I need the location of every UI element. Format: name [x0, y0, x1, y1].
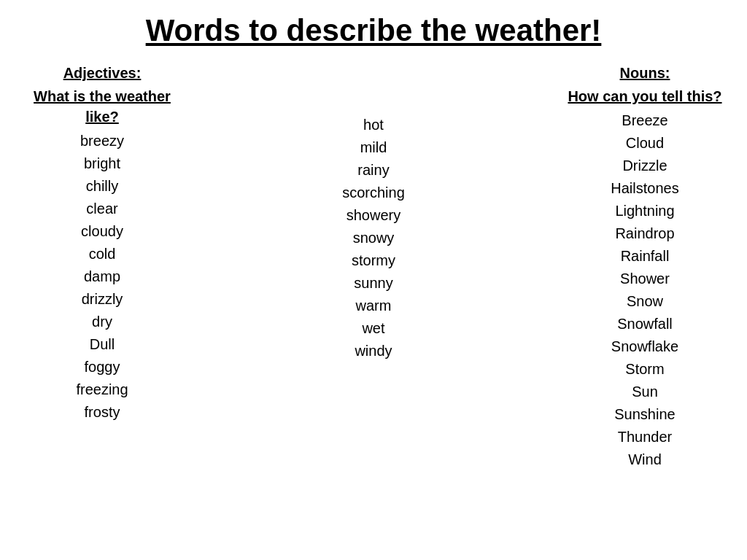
list-item: Drizzle [611, 155, 678, 177]
list-item: Snow [611, 290, 678, 313]
list-item: windy [342, 340, 405, 362]
list-item: freezing [76, 378, 128, 401]
adjectives-header1: Adjectives: [63, 63, 142, 83]
list-item: cloudy [76, 220, 128, 243]
list-item: Breeze [611, 109, 678, 132]
page-title: Words to describe the weather! [146, 13, 602, 48]
list-item: clear [76, 198, 128, 220]
list-item: Dull [76, 333, 128, 356]
adjectives-header2: What is the weather like? [22, 86, 182, 127]
list-item: Lightning [611, 200, 678, 222]
list-item: showery [342, 204, 405, 227]
list-item: Hailstones [611, 177, 678, 200]
middle-words: hotmildrainyscorchingshowerysnowystormys… [342, 114, 405, 362]
middle-column: hotmildrainyscorchingshowerysnowystormys… [311, 55, 436, 471]
list-item: damp [76, 265, 128, 288]
list-item: wet [342, 317, 405, 340]
list-item: scorching [342, 182, 405, 204]
list-item: chilly [76, 175, 128, 198]
content-area: Adjectives: What is the weather like? br… [0, 55, 747, 471]
list-item: Snowfall [611, 313, 678, 335]
list-item: Storm [611, 358, 678, 381]
list-item: cold [76, 243, 128, 265]
list-item: dry [76, 311, 128, 333]
list-item: Snowflake [611, 335, 678, 358]
list-item: drizzly [76, 288, 128, 311]
nouns-header1: Nouns: [620, 63, 670, 83]
list-item: Thunder [611, 426, 678, 448]
list-item: stormy [342, 249, 405, 272]
list-item: bright [76, 152, 128, 175]
list-item: Sun [611, 381, 678, 403]
list-item: Raindrop [611, 222, 678, 245]
list-item: rainy [342, 159, 405, 182]
list-item: snowy [342, 227, 405, 249]
list-item: foggy [76, 356, 128, 378]
list-item: Shower [611, 268, 678, 290]
list-item: frosty [76, 401, 128, 424]
adjectives-column: Adjectives: What is the weather like? br… [22, 55, 182, 471]
list-item: sunny [342, 272, 405, 295]
list-item: Cloud [611, 132, 678, 155]
list-item: Rainfall [611, 245, 678, 268]
list-item: Wind [611, 448, 678, 471]
list-item: Sunshine [611, 403, 678, 426]
list-item: hot [342, 114, 405, 136]
adjectives-words: breezybrightchillyclearcloudycolddampdri… [76, 130, 128, 424]
list-item: warm [342, 295, 405, 317]
nouns-header2: How can you tell this? [568, 86, 721, 106]
list-item: breezy [76, 130, 128, 152]
nouns-words: BreezeCloudDrizzleHailstonesLightningRai… [611, 109, 678, 471]
nouns-column: Nouns: How can you tell this? BreezeClou… [565, 55, 725, 471]
list-item: mild [342, 136, 405, 159]
